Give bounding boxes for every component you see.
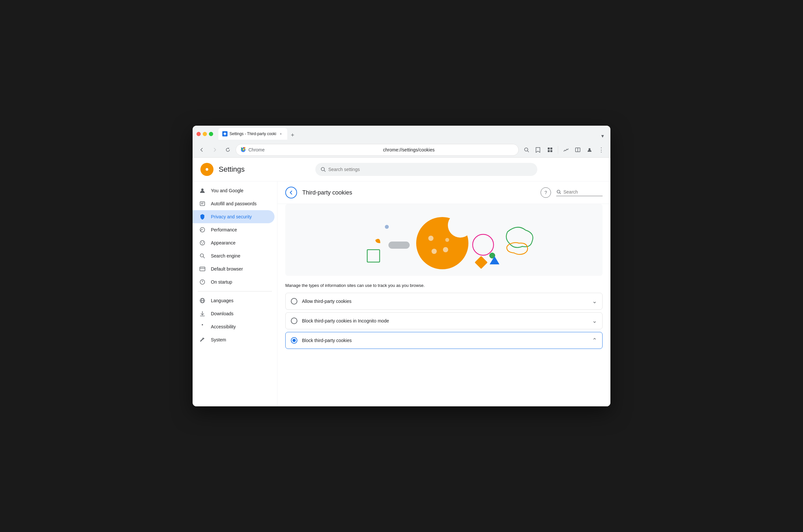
svg-line-27 — [203, 257, 205, 259]
panel-help-button[interactable]: ? — [540, 187, 551, 198]
panel-header: Third-party cookies ? — [278, 182, 610, 204]
svg-point-26 — [200, 254, 204, 257]
sidebar-label-search-engine: Search engine — [211, 253, 240, 259]
search-settings-input[interactable] — [328, 167, 532, 172]
sidebar-item-system[interactable]: System — [193, 333, 274, 346]
svg-point-46 — [445, 238, 449, 242]
palette-icon — [199, 240, 206, 246]
sidebar-item-privacy[interactable]: Privacy and security — [193, 210, 274, 223]
sidebar-label-performance: Performance — [211, 227, 237, 232]
settings-logo — [200, 163, 213, 176]
url-prefix: Chrome — [248, 147, 379, 152]
radio-allow-expand-icon[interactable]: ⌄ — [592, 298, 597, 305]
settings-header: Settings — [193, 158, 610, 182]
profile-button[interactable] — [584, 145, 595, 155]
sidebar-item-performance[interactable]: Performance — [193, 223, 274, 236]
svg-rect-7 — [548, 150, 550, 152]
sidebar-label-default-browser: Default browser — [211, 266, 243, 271]
svg-point-21 — [202, 229, 203, 230]
radio-block-all-collapse-icon[interactable]: ⌃ — [592, 337, 597, 344]
svg-point-25 — [202, 244, 203, 244]
bookmark-button[interactable] — [533, 145, 543, 155]
radio-option-allow[interactable]: Allow third-party cookies ⌄ — [285, 293, 603, 310]
accessibility-icon — [199, 323, 206, 330]
close-button[interactable] — [196, 132, 201, 136]
forward-button[interactable] — [210, 145, 220, 155]
svg-point-16 — [202, 189, 204, 191]
tab-dropdown-button[interactable]: ▾ — [599, 132, 607, 140]
svg-rect-6 — [550, 148, 552, 150]
maximize-button[interactable] — [209, 132, 213, 136]
minimize-button[interactable] — [203, 132, 207, 136]
panel-search-icon — [556, 189, 561, 194]
new-tab-button[interactable]: + — [288, 131, 297, 140]
split-view-button[interactable] — [573, 145, 583, 155]
browser-window: Settings - Third-party cooki × + ▾ Ch — [193, 126, 610, 406]
radio-block-all-label: Block third-party cookies — [302, 338, 588, 343]
zoom-button[interactable] — [521, 145, 532, 155]
sidebar-item-default-browser[interactable]: Default browser — [193, 262, 274, 276]
svg-point-45 — [432, 249, 437, 254]
panel-description: Manage the types of information sites ca… — [278, 276, 610, 293]
nav-actions: ⋮ — [521, 145, 607, 155]
svg-rect-39 — [388, 242, 410, 249]
svg-point-13 — [206, 168, 208, 171]
menu-button[interactable]: ⋮ — [596, 145, 607, 155]
panel-title: Third-party cookies — [302, 189, 535, 196]
sidebar-item-on-startup[interactable]: On startup — [193, 276, 274, 288]
tab-close-button[interactable]: × — [278, 131, 283, 136]
search-icon — [199, 253, 206, 259]
svg-point-38 — [385, 225, 389, 229]
sidebar-item-appearance[interactable]: Appearance — [193, 236, 274, 249]
back-button[interactable] — [196, 145, 207, 155]
sidebar-item-accessibility[interactable]: Accessibility — [193, 320, 274, 333]
search-settings-icon — [321, 167, 326, 172]
search-settings-bar[interactable] — [315, 163, 537, 176]
chrome-settings-icon — [203, 166, 211, 173]
radio-option-block-incognito[interactable]: Block third-party cookies in Incognito m… — [285, 312, 603, 329]
svg-rect-8 — [550, 150, 552, 152]
sidebar-item-autofill[interactable]: Autofill and passwords — [193, 197, 274, 210]
download-icon — [199, 310, 206, 317]
svg-rect-40 — [367, 250, 380, 262]
sidebar-item-languages[interactable]: Languages — [193, 294, 274, 307]
title-bar: Settings - Third-party cooki × + ▾ — [193, 126, 610, 142]
radio-block-all-circle — [291, 337, 298, 344]
sidebar-label-privacy: Privacy and security — [211, 214, 252, 219]
badge-icon — [199, 201, 206, 207]
panel-back-button[interactable] — [285, 187, 297, 198]
panel-search-input[interactable] — [563, 189, 603, 194]
sidebar-item-search-engine[interactable]: Search engine — [193, 249, 274, 262]
radio-block-incognito-circle — [291, 318, 298, 324]
address-bar[interactable]: Chrome chrome://settings/cookies — [236, 144, 519, 156]
sidebar-label-you-and-google: You and Google — [211, 188, 244, 193]
svg-point-3 — [524, 148, 528, 151]
performance-monitor-button[interactable] — [561, 145, 571, 155]
svg-rect-49 — [475, 256, 488, 269]
svg-point-23 — [201, 242, 202, 243]
radio-option-block-all[interactable]: Block third-party cookies ⌃ — [285, 332, 603, 349]
sidebar-item-you-and-google[interactable]: You and Google — [193, 184, 274, 197]
extensions-button[interactable] — [545, 145, 555, 155]
svg-line-4 — [528, 151, 529, 152]
tab-title: Settings - Third-party cooki — [229, 132, 276, 136]
sidebar-divider — [198, 291, 272, 291]
radio-allow-label: Allow third-party cookies — [302, 299, 588, 304]
sidebar-label-accessibility: Accessibility — [211, 324, 236, 329]
sidebar-label-autofill: Autofill and passwords — [211, 201, 256, 206]
reload-button[interactable] — [223, 145, 233, 155]
sidebar-item-downloads[interactable]: Downloads — [193, 307, 274, 320]
radio-allow-circle — [291, 298, 298, 305]
radio-block-incognito-expand-icon[interactable]: ⌄ — [592, 317, 597, 324]
svg-point-44 — [443, 247, 448, 252]
svg-rect-5 — [548, 148, 550, 150]
svg-rect-28 — [200, 267, 205, 271]
svg-point-36 — [557, 190, 560, 193]
panel-search-bar[interactable] — [556, 189, 603, 196]
globe-icon — [199, 297, 206, 304]
svg-point-47 — [473, 234, 494, 255]
svg-point-43 — [428, 236, 434, 241]
active-tab[interactable]: Settings - Third-party cooki × — [218, 128, 287, 140]
power-icon — [199, 279, 206, 285]
svg-point-14 — [321, 167, 324, 171]
